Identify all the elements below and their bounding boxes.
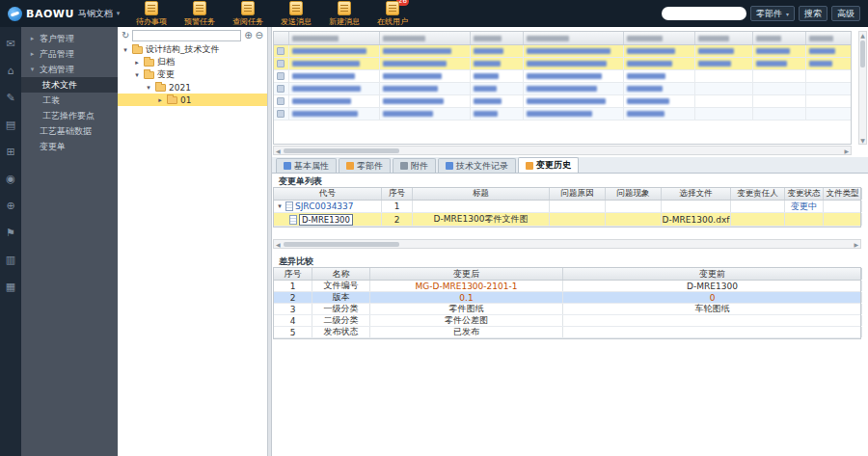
advanced-search-button[interactable]: 高级	[831, 6, 860, 21]
row-checkbox[interactable]	[277, 72, 285, 80]
col-code[interactable]: 代号	[274, 188, 382, 200]
change-status-link[interactable]: 变更中	[791, 201, 817, 212]
scroll-up-arrow[interactable]: ▲	[860, 32, 865, 39]
tab-parts[interactable]: 零部件	[339, 158, 391, 173]
col-change-status[interactable]: 变更状态	[785, 188, 824, 200]
tab-basic-properties[interactable]: 基本属性	[276, 158, 337, 173]
col-problem-phenomenon[interactable]: 问题现象	[606, 188, 662, 200]
tool-send-message[interactable]: 发送消息	[274, 0, 318, 27]
qrcode-icon[interactable]: ▦	[6, 282, 15, 292]
horizontal-scrollbar[interactable]: ◀ ▶	[273, 146, 852, 155]
change-order-row[interactable]: ▾ SJRC0034337 1 变更中	[274, 201, 860, 213]
row-checkbox[interactable]	[277, 85, 285, 93]
change-order-item-row[interactable]: D-MRE1300 2 D-MRE1300零件文件图 D-MRE1300.dxf	[274, 213, 860, 227]
location-icon[interactable]: ⚑	[6, 228, 15, 238]
scroll-thumb[interactable]	[284, 148, 399, 153]
scroll-down-arrow[interactable]: ▼	[860, 137, 865, 144]
table-row[interactable]	[274, 108, 851, 121]
row-checkbox[interactable]	[277, 110, 285, 118]
edit-icon[interactable]: ✎	[6, 93, 14, 103]
user-icon[interactable]: ◉	[6, 174, 15, 184]
row-checkbox[interactable]	[277, 60, 285, 67]
col-seq[interactable]: 序号	[382, 188, 413, 200]
comparison-row[interactable]: 1 文件编号 MG-D-MRE1300-2101-1 D-MRE1300	[274, 281, 860, 292]
chevron-down-icon[interactable]: ▾	[117, 10, 121, 17]
table-row[interactable]	[274, 70, 851, 83]
twisty-icon[interactable]: ▾	[276, 202, 284, 210]
comparison-row[interactable]: 3 一级分类 零件图纸 车轮图纸	[274, 304, 860, 315]
sidebar-item-label: 变更单	[40, 141, 66, 153]
database-icon[interactable]: ▤	[6, 120, 15, 130]
scroll-left-arrow[interactable]: ◀	[276, 148, 281, 154]
tree-node-change[interactable]: ▾ 变更	[118, 68, 267, 81]
detail-tabs: 基本属性 零部件 附件 技术文件记录 变更历史	[272, 157, 868, 174]
tool-todo[interactable]: 待办事项	[129, 0, 174, 27]
search-input[interactable]	[662, 7, 746, 20]
col-change-owner[interactable]: 变更责任人	[731, 188, 785, 200]
sidebar-item-process-points[interactable]: 工艺操作要点	[21, 108, 118, 123]
tab-tech-file-records[interactable]: 技术文件记录	[438, 158, 516, 173]
tree-node-archive[interactable]: ▸ 归档	[118, 56, 267, 68]
scroll-thumb[interactable]	[284, 242, 399, 247]
table-row[interactable]	[274, 45, 851, 58]
tree-node-01[interactable]: ▸ 01	[118, 94, 267, 106]
twisty-icon[interactable]: ▾	[133, 71, 141, 79]
sidebar-item-product-mgmt[interactable]: ▸ 产品管理	[21, 46, 118, 62]
twisty-icon[interactable]: ▸	[156, 96, 164, 104]
horizontal-scrollbar[interactable]: ◀ ▶	[273, 239, 861, 249]
sidebar-item-customer-mgmt[interactable]: ▸ 客户管理	[21, 31, 118, 46]
scroll-thumb[interactable]	[860, 40, 865, 67]
refresh-icon[interactable]: ↻	[122, 31, 129, 40]
sidebar-item-change-orders[interactable]: 变更单	[21, 139, 118, 154]
col-title[interactable]: 标题	[413, 188, 550, 200]
owner-cell	[731, 201, 785, 212]
apps-icon[interactable]: ⊞	[6, 147, 14, 157]
comparison-row[interactable]: 4 二级分类 零件公差图	[274, 315, 860, 327]
tab-change-history[interactable]: 变更历史	[518, 157, 579, 173]
tree-filter-input[interactable]	[132, 30, 241, 41]
tool-review-tasks[interactable]: 查阅任务	[226, 0, 270, 27]
comparison-row[interactable]: 2 版本 0.1 0	[274, 292, 860, 304]
tab-attachments[interactable]: 附件	[393, 158, 436, 173]
change-order-table: 代号 序号 标题 问题原因 问题现象 选择文件 变更责任人 变更状态 文件类型 …	[273, 187, 861, 228]
twisty-icon[interactable]: ▾	[122, 46, 129, 54]
col-file-type[interactable]: 文件类型	[824, 188, 862, 200]
expand-all-icon[interactable]: ⊕	[244, 31, 252, 40]
col-selected-file[interactable]: 选择文件	[662, 188, 731, 200]
comparison-table: 序号 名称 变更后 变更前 1 文件编号 MG-D-MRE1300-2101-1…	[273, 267, 861, 339]
tool-online-users[interactable]: 26 在线用户	[370, 0, 415, 27]
sidebar-item-process-basedata[interactable]: 工艺基础数据	[21, 123, 118, 139]
row-checkbox[interactable]	[277, 97, 285, 105]
table-row[interactable]	[274, 83, 851, 95]
home-icon[interactable]: ⌂	[8, 66, 14, 76]
tool-new-message[interactable]: 新建消息	[322, 0, 366, 27]
table-row[interactable]	[274, 95, 851, 108]
row-checkbox[interactable]	[277, 47, 285, 55]
brand[interactable]: BAOWU 马钢文档 ▾	[0, 7, 123, 21]
scroll-right-arrow[interactable]: ▶	[854, 241, 858, 248]
sidebar-item-document-mgmt[interactable]: ▾ 文档管理	[21, 62, 118, 77]
col-problem-reason[interactable]: 问题原因	[550, 188, 606, 200]
twisty-icon[interactable]: ▸	[133, 59, 141, 67]
sidebar-item-technical-files[interactable]: 技术文件	[21, 77, 118, 93]
collapse-all-icon[interactable]: ⊖	[256, 31, 263, 40]
message-icon[interactable]: ✉	[6, 39, 14, 49]
tree-node-root[interactable]: ▾ 设计结构_技术文件	[118, 43, 267, 56]
scroll-right-arrow[interactable]: ▶	[844, 148, 849, 154]
sidebar-item-tooling[interactable]: 工装	[21, 93, 118, 108]
scroll-left-arrow[interactable]: ◀	[276, 241, 281, 248]
no-cell: 4	[274, 315, 312, 326]
twisty-icon[interactable]: ▾	[145, 84, 152, 92]
sidebar-item-label: 工艺操作要点	[42, 110, 95, 122]
tree-node-2021[interactable]: ▾ 2021	[118, 81, 267, 94]
change-order-code-link[interactable]: SJRC0034337	[295, 201, 354, 211]
tool-alert-tasks[interactable]: 预警任务	[177, 0, 222, 27]
vertical-scrollbar[interactable]: ▲ ▼	[858, 31, 867, 145]
comparison-row[interactable]: 5 发布状态 已发布	[274, 327, 860, 338]
selected-item-code[interactable]: D-MRE1300	[299, 214, 353, 226]
search-category-select[interactable]: 零部件 ▾	[750, 6, 795, 21]
table-row[interactable]	[274, 58, 851, 70]
globe-icon[interactable]: ⊕	[6, 201, 14, 211]
search-button[interactable]: 搜索	[799, 6, 827, 21]
book-icon[interactable]: ▥	[6, 255, 15, 265]
